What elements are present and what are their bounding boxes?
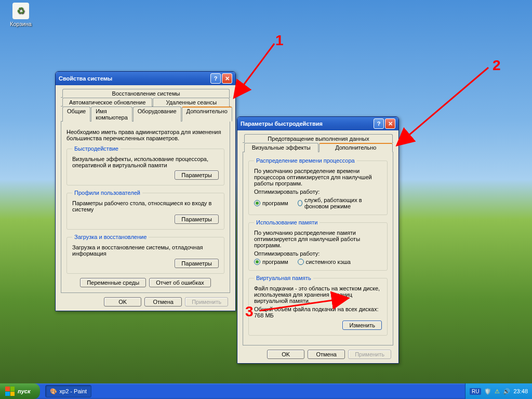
performance-settings-button[interactable]: Параметры	[175, 170, 219, 180]
user-profiles-legend: Профили пользователей	[72, 190, 142, 196]
tab-content: Распределение времени процессора По умол…	[243, 152, 393, 345]
ok-button[interactable]: OK	[104, 297, 141, 307]
recycle-bin-icon: ♻	[12, 3, 29, 19]
radio-programs[interactable]: программ	[254, 197, 288, 209]
language-indicator[interactable]: RU	[470, 388, 481, 395]
user-profiles-desc: Параметры рабочего стола, относящиеся ко…	[72, 200, 219, 212]
tab-system-restore[interactable]: Восстановление системы	[62, 89, 230, 98]
recycle-bin[interactable]: ♻ Корзина	[5, 3, 36, 27]
paint-icon: 🎨	[50, 388, 57, 395]
memory-usage-group: Использование памяти По умолчанию распре…	[248, 219, 388, 271]
radio-icon	[254, 200, 260, 206]
total-pagefile: Общий объем файла подкачки на всех диска…	[254, 306, 382, 318]
tab-general[interactable]: Общие	[62, 107, 90, 122]
radio-system-cache[interactable]: системного кэша	[298, 259, 351, 265]
env-vars-button[interactable]: Переменные среды	[80, 278, 146, 287]
start-button[interactable]: пуск	[0, 383, 40, 399]
optimize-label: Оптимизировать работу:	[254, 250, 382, 257]
window-title: Параметры быстродействия	[241, 121, 323, 127]
annotation-1: 1	[275, 32, 284, 49]
processor-scheduling-desc: По умолчанию распределение времени проце…	[254, 168, 382, 187]
radio-icon	[254, 259, 260, 265]
radio-background-services[interactable]: служб, работающих в фоновом режиме	[298, 197, 382, 209]
processor-scheduling-group: Распределение времени процессора По умол…	[248, 157, 388, 215]
change-button[interactable]: Изменить	[342, 321, 382, 330]
taskbar-item-label: xp2 - Paint	[60, 388, 87, 394]
clock[interactable]: 23:48	[513, 388, 528, 394]
tab-advanced[interactable]: Дополнительно	[182, 107, 232, 122]
start-label: пуск	[18, 388, 31, 394]
help-button[interactable]: ?	[210, 73, 221, 84]
tab-visual-effects[interactable]: Визуальные эффекты	[244, 143, 318, 152]
user-profiles-settings-button[interactable]: Параметры	[175, 215, 219, 224]
error-reporting-button[interactable]: Отчет об ошибках	[149, 278, 211, 287]
close-button[interactable]: ✕	[222, 73, 232, 84]
tray-icon-updates[interactable]: 🛡️	[484, 388, 491, 395]
admin-info: Необходимо иметь права администратора дл…	[66, 129, 224, 141]
tray-icon-volume[interactable]: 🔊	[503, 388, 510, 395]
recycle-bin-label: Корзина	[5, 21, 36, 27]
performance-desc: Визуальные эффекты, использование процес…	[72, 156, 219, 168]
tab-content: Необходимо иметь права администратора дл…	[61, 121, 230, 293]
tray-icon-network[interactable]: ⚠	[495, 388, 500, 395]
tab-auto-updates[interactable]: Автоматическое обновление	[62, 98, 152, 107]
memory-usage-legend: Использование памяти	[254, 219, 320, 225]
startup-recovery-group: Загрузка и восстановление Загрузка и вос…	[66, 234, 224, 274]
cancel-button[interactable]: Отмена	[308, 350, 345, 359]
close-button[interactable]: ✕	[385, 118, 395, 129]
user-profiles-group: Профили пользователей Параметры рабочего…	[66, 190, 224, 230]
apply-button: Применить	[185, 297, 228, 307]
radio-programs-mem[interactable]: программ	[254, 259, 288, 265]
processor-scheduling-legend: Распределение времени процессора	[254, 157, 357, 164]
virtual-memory-desc: Файл подкачки - это область на жестком д…	[254, 285, 382, 304]
windows-logo-icon	[5, 387, 15, 396]
tab-hardware[interactable]: Оборудование	[133, 107, 181, 122]
system-properties-window: Свойства системы ? ✕ Восстановление сист…	[55, 71, 236, 311]
tab-dep[interactable]: Предотвращение выполнения данных	[244, 134, 393, 143]
startup-recovery-settings-button[interactable]: Параметры	[175, 259, 219, 268]
annotation-2: 2	[493, 57, 501, 74]
ok-button[interactable]: OK	[267, 350, 304, 359]
help-button[interactable]: ?	[374, 118, 384, 129]
performance-legend: Быстродействие	[72, 145, 121, 152]
virtual-memory-legend: Виртуальная память	[254, 275, 313, 281]
svg-line-0	[235, 44, 274, 97]
radio-icon	[298, 200, 302, 206]
radio-icon	[298, 259, 304, 265]
startup-recovery-desc: Загрузка и восстановление системы, отлад…	[72, 244, 219, 257]
svg-line-1	[398, 68, 488, 144]
taskbar-item-paint[interactable]: 🎨 xp2 - Paint	[45, 385, 92, 397]
startup-recovery-legend: Загрузка и восстановление	[72, 234, 149, 240]
tab-remote[interactable]: Удаленные сеансы	[153, 98, 230, 107]
titlebar[interactable]: Свойства системы ? ✕	[56, 72, 235, 85]
performance-options-window: Параметры быстродействия ? ✕ Предотвраще…	[237, 116, 399, 364]
taskbar: пуск 🎨 xp2 - Paint RU 🛡️ ⚠ 🔊 23:48	[0, 383, 532, 399]
titlebar[interactable]: Параметры быстродействия ? ✕	[237, 117, 398, 130]
cancel-button[interactable]: Отмена	[144, 297, 182, 307]
apply-button: Применить	[348, 350, 391, 359]
tab-advanced[interactable]: Дополнительно	[319, 143, 393, 152]
window-title: Свойства системы	[59, 75, 112, 82]
optimize-label: Оптимизировать работу:	[254, 189, 382, 195]
performance-group: Быстродействие Визуальные эффекты, испол…	[66, 145, 224, 185]
memory-usage-desc: По умолчанию распределение памяти оптими…	[254, 230, 382, 248]
system-tray: RU 🛡️ ⚠ 🔊 23:48	[465, 383, 532, 399]
virtual-memory-group: Виртуальная память Файл подкачки - это о…	[248, 275, 388, 336]
tab-computer-name[interactable]: Имя компьютера	[91, 107, 132, 122]
